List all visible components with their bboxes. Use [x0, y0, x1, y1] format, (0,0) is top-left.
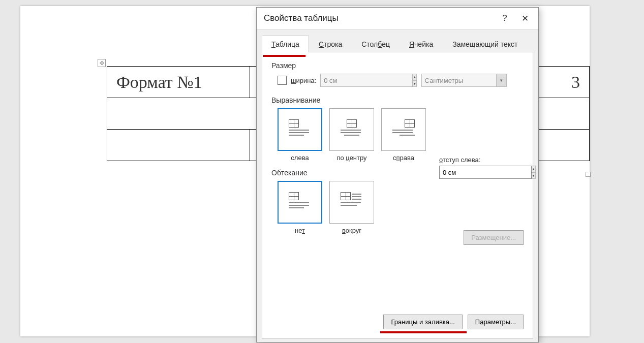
annotation-underline	[380, 331, 467, 333]
table-cell[interactable]: Формат №1	[107, 67, 250, 98]
table-resize-handle-icon[interactable]	[586, 172, 591, 177]
align-center-icon	[341, 119, 363, 140]
align-left-caption: слева	[278, 154, 322, 162]
table-cell[interactable]	[107, 130, 250, 161]
placement-button: Размещение...	[464, 230, 524, 245]
width-label: ширина:	[291, 77, 316, 84]
close-button[interactable]: ✕	[515, 11, 535, 26]
dialog-titlebar[interactable]: Свойства таблицы ? ✕	[257, 8, 538, 29]
spinner-buttons[interactable]: ▲ ▼	[532, 166, 536, 179]
wrap-around-caption: вокруг	[329, 227, 374, 234]
close-icon: ✕	[522, 13, 529, 24]
tab-panel-table: Размер ширина: ▲ ▼ Единицы: Сантиметры ▼	[262, 52, 533, 339]
tab-table[interactable]: Таблица	[262, 36, 309, 52]
chevron-down-icon[interactable]: ▼	[413, 81, 416, 87]
tab-row[interactable]: Строка	[309, 36, 352, 52]
tab-column[interactable]: Столбец	[352, 36, 400, 52]
chevron-up-icon[interactable]: ▲	[413, 74, 416, 81]
indent-label: отступ слева:	[439, 156, 510, 164]
dialog-body: Таблица Строка Столбец Ячейка Замещающий…	[257, 29, 538, 342]
dialog-title: Свойства таблицы	[264, 13, 495, 23]
size-group-label: Размер	[271, 61, 524, 70]
align-left-option[interactable]	[278, 108, 322, 151]
spinner-buttons[interactable]: ▲ ▼	[413, 74, 417, 87]
align-right-icon	[392, 119, 415, 140]
table-move-handle-icon[interactable]: ✥	[98, 59, 106, 67]
help-icon: ?	[502, 13, 507, 23]
chevron-down-icon[interactable]: ▼	[532, 173, 535, 179]
alignment-group-label: Выравнивание	[271, 96, 524, 104]
chevron-down-icon[interactable]: ▼	[497, 74, 507, 87]
wrap-around-option[interactable]	[329, 181, 374, 224]
tab-cell[interactable]: Ячейка	[400, 36, 443, 52]
indent-block: отступ слева: ▲ ▼	[439, 156, 510, 179]
chevron-up-icon[interactable]: ▲	[532, 166, 535, 173]
width-spinner[interactable]: ▲ ▼	[320, 74, 376, 87]
units-value: Сантиметры	[421, 74, 497, 87]
wrap-none-icon	[289, 192, 311, 212]
align-left-icon	[289, 119, 311, 140]
indent-spinner[interactable]: ▲ ▼	[439, 166, 510, 179]
units-combo[interactable]: Сантиметры ▼	[421, 74, 507, 87]
wrap-none-option[interactable]	[278, 181, 322, 224]
align-right-option[interactable]	[381, 108, 426, 151]
table-properties-dialog: Свойства таблицы ? ✕ Таблица Строка Стол…	[256, 7, 539, 342]
align-right-caption: справа	[381, 154, 426, 162]
align-center-option[interactable]	[329, 108, 374, 151]
wrap-none-caption: нет	[278, 227, 322, 234]
borders-shading-button[interactable]: Границы и заливка...	[383, 315, 462, 329]
options-button[interactable]: Параметры...	[468, 315, 524, 329]
indent-input[interactable]	[439, 166, 532, 179]
align-center-caption: по центру	[329, 154, 374, 162]
tab-alttext[interactable]: Замещающий текст	[443, 36, 527, 52]
width-checkbox[interactable]	[278, 76, 287, 85]
wrap-around-icon	[341, 192, 363, 212]
annotation-underline	[263, 55, 305, 57]
width-input[interactable]	[320, 74, 413, 87]
help-button[interactable]: ?	[495, 11, 515, 26]
tab-strip: Таблица Строка Столбец Ячейка Замещающий…	[257, 29, 538, 52]
